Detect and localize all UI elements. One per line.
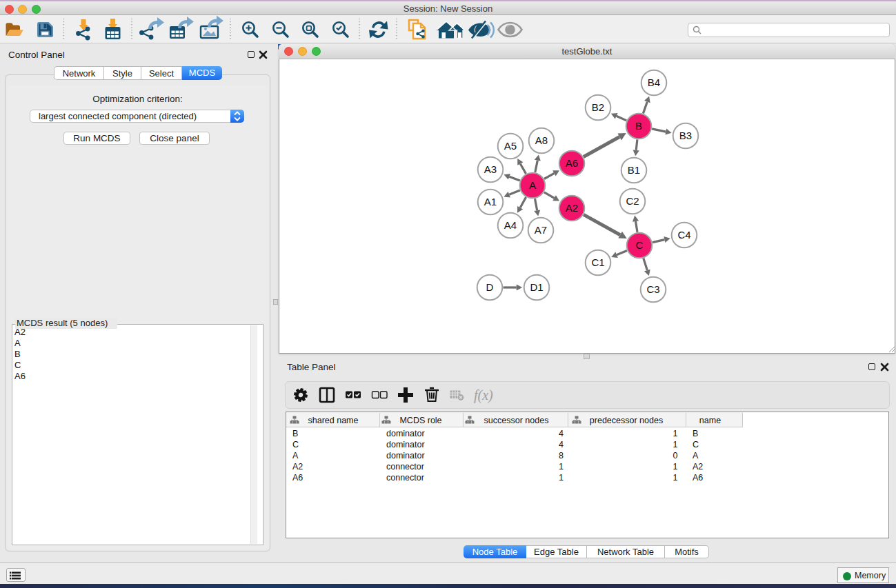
- svg-text:C4: C4: [677, 229, 690, 241]
- svg-text:MCDS role: MCDS role: [399, 416, 441, 425]
- svg-text:4: 4: [559, 429, 564, 438]
- svg-text:A1: A1: [484, 196, 497, 207]
- svg-text:B4: B4: [648, 77, 660, 88]
- svg-text:A: A: [693, 451, 699, 460]
- svg-text:f(x): f(x): [474, 387, 493, 403]
- svg-text:A8: A8: [535, 134, 548, 146]
- svg-text:A: A: [292, 451, 299, 460]
- svg-text:A2: A2: [292, 462, 303, 472]
- svg-text:A: A: [529, 179, 536, 191]
- svg-text:D: D: [486, 281, 494, 293]
- svg-text:B3: B3: [679, 130, 692, 141]
- svg-text:C2: C2: [626, 195, 639, 207]
- svg-text:B: B: [635, 120, 642, 132]
- svg-text:C: C: [693, 440, 699, 449]
- svg-text:A6: A6: [693, 473, 703, 483]
- svg-text:1: 1: [673, 440, 678, 449]
- svg-text:1: 1: [559, 462, 564, 472]
- svg-text:A6: A6: [292, 473, 303, 483]
- svg-text:dominator: dominator: [386, 440, 425, 449]
- svg-text:dominator: dominator: [386, 429, 425, 438]
- svg-text:B2: B2: [592, 101, 604, 113]
- svg-text:B: B: [292, 429, 298, 438]
- svg-text:name: name: [699, 416, 721, 425]
- svg-text:C: C: [292, 440, 299, 449]
- svg-text:1: 1: [673, 462, 678, 472]
- svg-text:D1: D1: [530, 281, 543, 293]
- svg-text:predecessor nodes: predecessor nodes: [590, 416, 663, 425]
- svg-text:1: 1: [673, 429, 678, 438]
- svg-text:A6: A6: [566, 157, 578, 169]
- svg-text:A7: A7: [535, 224, 547, 236]
- svg-text:successor nodes: successor nodes: [484, 416, 549, 425]
- svg-text:1: 1: [559, 473, 564, 483]
- svg-text:1: 1: [673, 473, 678, 483]
- svg-text:C: C: [636, 239, 644, 251]
- svg-text:C1: C1: [591, 256, 604, 268]
- svg-text:connector: connector: [386, 473, 424, 483]
- svg-text:A5: A5: [504, 140, 517, 152]
- svg-text:C3: C3: [646, 283, 659, 295]
- svg-text:dominator: dominator: [386, 451, 425, 460]
- svg-text:A4: A4: [504, 219, 517, 231]
- svg-text:A3: A3: [484, 163, 497, 175]
- svg-text:0: 0: [673, 451, 678, 460]
- svg-text:A2: A2: [693, 462, 703, 472]
- svg-text:8: 8: [559, 451, 564, 460]
- svg-text:B1: B1: [628, 164, 640, 176]
- svg-text:A2: A2: [566, 202, 578, 214]
- svg-text:4: 4: [559, 440, 564, 449]
- svg-text:shared name: shared name: [308, 416, 359, 425]
- svg-text:B: B: [693, 429, 698, 438]
- svg-text:connector: connector: [386, 462, 424, 472]
